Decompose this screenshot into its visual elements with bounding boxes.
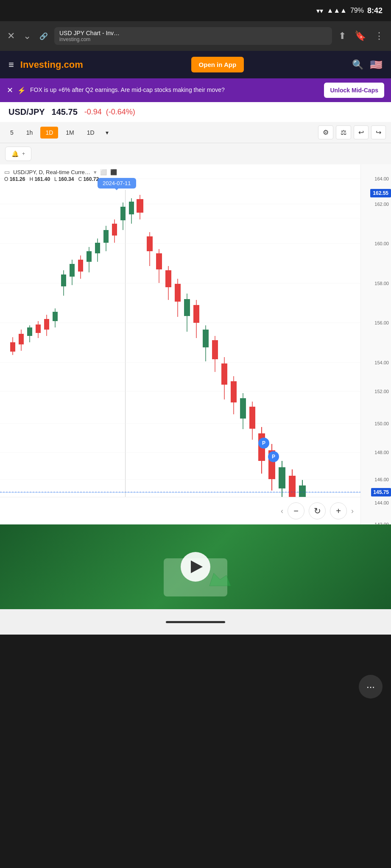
video-preview-section[interactable]	[0, 524, 391, 609]
battery-status: 79%	[350, 7, 364, 14]
open-in-app-button[interactable]: Open in App	[191, 57, 244, 72]
alert-plus-icon: +	[22, 151, 25, 157]
svg-rect-30	[78, 260, 83, 272]
site-logo: Investing.com	[20, 59, 83, 70]
site-header-right: 🔍 🇺🇸	[352, 59, 383, 71]
add-alert-button[interactable]: 🔔 +	[5, 147, 31, 161]
browser-connection-icon: 🔗	[37, 30, 50, 42]
timeframe-1d-button[interactable]: 1D	[40, 127, 58, 139]
promo-banner: ✕ ⚡ FOX is up +6% after Q2 earnings. Are…	[0, 78, 391, 102]
svg-rect-32	[87, 251, 92, 262]
timeframe-interval-button[interactable]: 1D	[82, 127, 100, 139]
svg-rect-62	[221, 363, 227, 385]
svg-rect-26	[61, 275, 66, 286]
zoom-out-button[interactable]: −	[288, 502, 304, 519]
price-level-144: 144.00	[374, 500, 389, 505]
promo-close-button[interactable]: ✕	[7, 86, 13, 95]
browser-menu-button[interactable]: ⋮	[372, 28, 386, 44]
ohlc-close: C 160.72	[78, 176, 99, 182]
chart-toolbar: 5 1h 1D 1M 1D ▾ ⚙ ⚖ ↩ ↪	[0, 122, 391, 143]
timeframe-1h-button[interactable]: 1h	[21, 127, 38, 139]
svg-rect-74	[279, 467, 285, 488]
chart-minimize-button[interactable]: ▭	[4, 169, 10, 175]
play-triangle-icon	[191, 560, 203, 573]
ohlc-low: L 160.34	[54, 176, 74, 182]
price-level-164: 164.00	[374, 176, 389, 181]
browser-tabs-button[interactable]: ⌄	[21, 28, 33, 44]
svg-rect-56	[193, 305, 199, 323]
language-flag-icon[interactable]: 🇺🇸	[370, 59, 383, 71]
timeframe-dropdown-button[interactable]: ▾	[102, 127, 112, 139]
svg-rect-44	[137, 199, 143, 213]
chart-container[interactable]: ▭ USD/JPY, D, Real-time Curre… ▾ ⬜ ⬛ O 1…	[0, 164, 391, 524]
svg-rect-38	[112, 224, 117, 236]
svg-rect-48	[156, 253, 162, 269]
chart-symbol-label: USD/JPY, D, Real-time Curre…	[13, 169, 90, 175]
video-play-button[interactable]	[181, 552, 210, 582]
price-level-162-55: 162.55	[370, 189, 391, 197]
timeframe-5-button[interactable]: 5	[5, 127, 19, 139]
zoom-reset-button[interactable]: ↻	[309, 502, 326, 519]
current-price-display: 145.75	[52, 107, 78, 117]
video-thumbnail[interactable]	[0, 524, 391, 609]
chart-info-bar: ▭ USD/JPY, D, Real-time Curre… ▾ ⬜ ⬛	[4, 169, 117, 175]
svg-rect-22	[44, 319, 49, 330]
svg-rect-42	[129, 202, 134, 214]
svg-rect-52	[175, 284, 181, 302]
chart-compare-button[interactable]: ⚖	[336, 125, 351, 139]
price-change-display: -0.94 (-0.64%)	[84, 108, 135, 116]
svg-rect-16	[19, 334, 24, 344]
alert-section: 🔔 +	[0, 143, 391, 164]
status-bar: ▾▾ ▲▲▲ 79% 8:42	[0, 0, 391, 21]
svg-rect-68	[249, 407, 255, 429]
browser-domain: investing.com	[59, 36, 327, 42]
site-header: ≡ Investing.com Open in App 🔍 🇺🇸	[0, 51, 391, 78]
ohlc-high: H 161.40	[29, 176, 50, 182]
timeframe-1m-button[interactable]: 1M	[61, 127, 79, 139]
scroll-right-button[interactable]: ›	[351, 507, 354, 516]
browser-chrome: ✕ ⌄ 🔗 USD JPY Chart - Inv… investing.com…	[0, 21, 391, 51]
candlestick-chart[interactable]: P P	[0, 164, 360, 524]
browser-share-button[interactable]: ⬆	[336, 28, 348, 44]
svg-rect-20	[36, 324, 41, 333]
svg-rect-76	[289, 476, 296, 499]
current-price-axis-label: 145.75	[371, 488, 391, 496]
browser-close-button[interactable]: ✕	[5, 28, 17, 44]
hamburger-menu-icon[interactable]: ≡	[8, 59, 14, 70]
site-header-left: ≡ Investing.com	[8, 59, 83, 70]
chart-zoom-controls: ‹ − ↻ + ›	[281, 502, 354, 519]
chart-fullscreen-icon[interactable]: ⬛	[110, 169, 117, 175]
svg-text:P: P	[262, 440, 265, 446]
search-icon[interactable]: 🔍	[352, 59, 363, 70]
home-indicator[interactable]	[166, 621, 225, 623]
svg-rect-64	[231, 381, 237, 402]
svg-rect-50	[165, 270, 171, 287]
svg-rect-14	[10, 342, 15, 352]
fab-more-options-button[interactable]: ···	[359, 675, 383, 699]
svg-rect-28	[70, 264, 75, 277]
chart-screenshot-icon[interactable]: ⬜	[100, 169, 107, 175]
chart-settings-dropdown-icon[interactable]: ▾	[94, 169, 97, 175]
bottom-navigation	[0, 609, 391, 635]
video-graphic	[207, 571, 233, 588]
svg-rect-36	[103, 230, 109, 243]
status-icons: ▾▾ ▲▲▲ 79% 8:42	[316, 6, 383, 15]
price-level-148: 148.00	[374, 450, 389, 455]
browser-bookmark-button[interactable]: 🔖	[352, 28, 368, 44]
chart-settings-button[interactable]: ⚙	[318, 125, 333, 139]
chart-undo-button[interactable]: ↩	[354, 125, 369, 139]
browser-url-bar[interactable]: USD JPY Chart - Inv… investing.com	[54, 27, 332, 45]
price-level-160: 160.00	[374, 241, 389, 246]
svg-rect-34	[95, 243, 100, 253]
chart-date-tooltip: 2024-07-11	[98, 178, 136, 189]
chart-controls-bar: ‹ − ↻ + ›	[0, 497, 360, 524]
promo-icon: ⚡	[17, 86, 26, 94]
svg-rect-46	[147, 236, 153, 251]
chart-redo-button[interactable]: ↪	[371, 125, 386, 139]
zoom-in-button[interactable]: +	[330, 502, 347, 519]
svg-rect-58	[203, 330, 209, 347]
svg-rect-66	[240, 398, 246, 419]
svg-rect-60	[212, 340, 218, 359]
scroll-left-button[interactable]: ‹	[281, 507, 283, 516]
unlock-mid-caps-button[interactable]: Unlock Mid-Caps	[324, 83, 384, 98]
